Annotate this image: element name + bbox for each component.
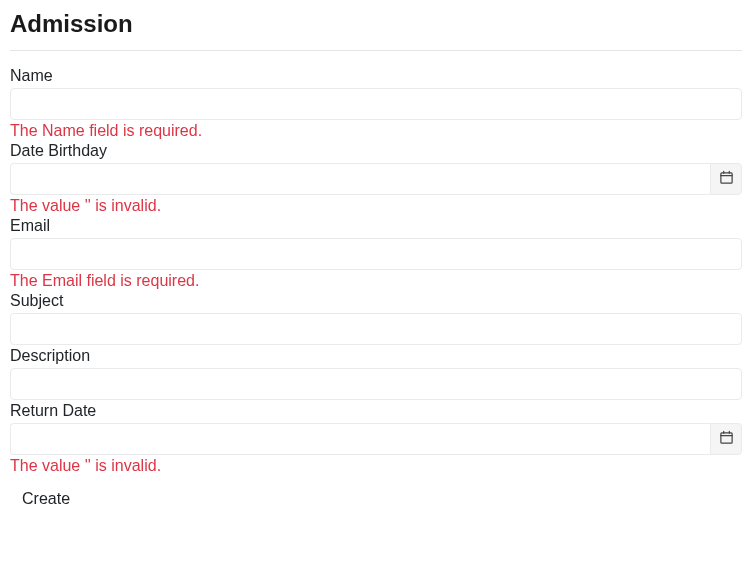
description-input[interactable] bbox=[10, 368, 742, 400]
return-date-error: The value '' is invalid. bbox=[10, 457, 742, 475]
date-birthday-input[interactable] bbox=[10, 163, 710, 195]
return-date-label: Return Date bbox=[10, 402, 742, 420]
name-label: Name bbox=[10, 67, 742, 85]
admission-form: Name The Name field is required. Date Bi… bbox=[10, 67, 742, 514]
divider bbox=[10, 50, 742, 51]
email-input[interactable] bbox=[10, 238, 742, 270]
date-birthday-label: Date Birthday bbox=[10, 142, 742, 160]
email-error: The Email field is required. bbox=[10, 272, 742, 290]
return-date-picker-button[interactable] bbox=[710, 423, 742, 455]
create-button[interactable]: Create bbox=[10, 484, 82, 514]
date-birthday-picker-button[interactable] bbox=[710, 163, 742, 195]
svg-rect-0 bbox=[720, 173, 731, 183]
subject-label: Subject bbox=[10, 292, 742, 310]
name-input[interactable] bbox=[10, 88, 742, 120]
description-label: Description bbox=[10, 347, 742, 365]
name-error: The Name field is required. bbox=[10, 122, 742, 140]
subject-input[interactable] bbox=[10, 313, 742, 345]
calendar-icon bbox=[719, 430, 734, 448]
svg-rect-4 bbox=[720, 433, 731, 443]
email-label: Email bbox=[10, 217, 742, 235]
calendar-icon bbox=[719, 170, 734, 188]
date-birthday-error: The value '' is invalid. bbox=[10, 197, 742, 215]
return-date-input[interactable] bbox=[10, 423, 710, 455]
page-title: Admission bbox=[10, 10, 742, 38]
